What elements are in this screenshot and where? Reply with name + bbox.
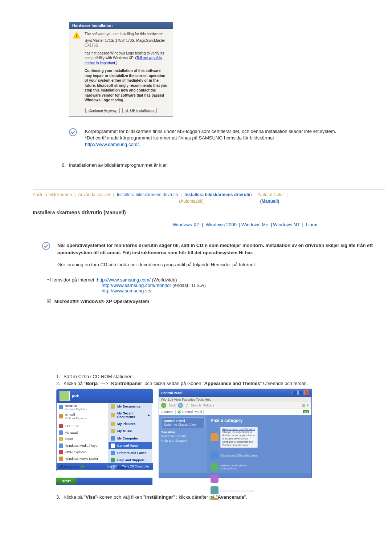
step3-num: 3.: [56, 494, 64, 500]
cat-date[interactable]: Date, Time, Language, and Regional Optio…: [211, 498, 258, 499]
start-item-moviemaker[interactable]: Windows Movie Maker: [57, 455, 108, 462]
stop-installation-button[interactable]: STOP Installation: [122, 108, 157, 113]
dialog-warning: Continuing your installation of this sof…: [85, 68, 168, 103]
site-se[interactable]: http://www.samsung.se/: [102, 288, 151, 293]
cat-appearance[interactable]: Appearance and ThemesChange the appearan…: [211, 427, 258, 448]
step2-num: 2.: [56, 380, 64, 387]
instr-bold: När operativsystemet för monitorns drivr…: [57, 242, 385, 256]
cp-toolbar[interactable]: Back ⮥ Search Folders ▥ ▼: [159, 402, 311, 409]
see-also-help[interactable]: Help and Support: [161, 438, 205, 443]
start-help[interactable]: Help and Support: [109, 457, 152, 464]
section-divider: [33, 190, 385, 190]
os-me-link[interactable]: Windows Me: [241, 222, 268, 227]
turnoff-button[interactable]: Turn Off Computer: [121, 465, 149, 468]
site-worldwide[interactable]: http://www.samsung.com/: [97, 277, 151, 283]
cat-printers[interactable]: Printers and Other Hardware: [211, 451, 258, 459]
start-my-music[interactable]: My Music: [109, 428, 152, 435]
hardware-install-dialog: Hardware Installation The software you a…: [69, 22, 173, 117]
start-my-pictures[interactable]: My Pictures: [109, 420, 152, 428]
start-item-email[interactable]: E-mailOutlook Express: [57, 412, 108, 421]
back-icon[interactable]: [161, 403, 166, 408]
arrow-icon: [47, 299, 51, 303]
sites-label: Hemsidor på Internet :: [47, 277, 97, 283]
window-buttons[interactable]: [292, 390, 309, 396]
start-menu: park InternetInternet Explorer E-mailOut…: [56, 389, 153, 471]
logoff-button[interactable]: Log Off: [106, 465, 117, 468]
cat-users[interactable]: User Accounts: [211, 475, 258, 483]
cat-network[interactable]: Network and Internet Connections: [211, 463, 258, 471]
start-all-programs[interactable]: All Programs: [57, 464, 108, 470]
dialog-title: Hardware Installation: [69, 22, 173, 29]
start-item-msn[interactable]: MSN Explorer: [57, 449, 108, 455]
continue-anyway-button[interactable]: Continue Anyway: [85, 108, 120, 113]
cp-side-panel: Control Panel Switch to Classic View: [161, 417, 205, 428]
start-item-notepad[interactable]: Notepad: [57, 429, 108, 436]
user-name: park: [72, 394, 79, 398]
start-item-internet[interactable]: InternetInternet Explorer: [57, 403, 108, 412]
go-button[interactable]: Go: [303, 410, 310, 413]
nav-auto-sub: (Automatisk): [179, 199, 259, 204]
os-nt-link[interactable]: Windows NT: [273, 222, 300, 227]
nav-driver-auto[interactable]: Installera bildskärmens drivrutin: [117, 192, 178, 197]
start-item-hct[interactable]: HCT 10.0: [57, 423, 108, 429]
step1-num: 1.: [56, 373, 64, 380]
step-text: Installationen av bildskärmsprogrammet ä…: [69, 162, 168, 168]
dialog-hardware-name: SyncMaster 171S/ 175S/ 170S, MagicSyncMa…: [85, 38, 168, 48]
see-also-update[interactable]: Windows Update: [161, 434, 205, 438]
start-button[interactable]: start: [56, 478, 77, 484]
cp-title: Control Panel: [161, 391, 183, 395]
control-panel-window: Control Panel File Edit View Favorites T…: [159, 389, 312, 478]
os-heading: Microsoft® Windows® XP OperativSystem: [47, 299, 385, 304]
site-monitor-us[interactable]: http://www.samsung.com/monitor: [102, 283, 171, 288]
nav-stand[interactable]: Använda stativet: [78, 192, 110, 197]
os-2000-link[interactable]: Windows 2000: [206, 222, 237, 227]
step1-text: Sätt in CD:n i CD-ROM stationen.: [64, 373, 134, 380]
switch-classic-link[interactable]: Switch to Classic View: [164, 423, 202, 426]
dialog-line1: The software you are installing for this…: [85, 32, 168, 37]
note-text-1: Körprogrammet för bildskärmen finns unde…: [85, 128, 336, 135]
start-printers[interactable]: Printers and Faxes: [109, 449, 152, 457]
start-recent-docs[interactable]: My Recent Documents ▸: [109, 410, 152, 420]
nav-natural-color[interactable]: Natural Color: [258, 192, 284, 197]
start-control-panel[interactable]: Control Panel: [109, 442, 152, 449]
avatar: [60, 391, 70, 401]
nav-connect[interactable]: Ansluta bildskärmen: [33, 192, 72, 197]
nav-driver-manual[interactable]: Installera bildskärmens drivrutin: [184, 192, 252, 197]
nav-manual-sub: (Manuell): [260, 199, 340, 204]
start-item-paint[interactable]: Paint: [57, 436, 108, 442]
step2-text: Klicka på "Börja" —> "Kontrollpanel" och…: [64, 380, 308, 387]
warning-icon: [72, 32, 81, 103]
section-title: Installera skärmens drivrutin (Manuell): [33, 210, 385, 215]
cat-addremove[interactable]: Add or Remove Programs: [211, 486, 258, 494]
fwd-icon[interactable]: [178, 403, 183, 408]
pick-category-heading: Pick a category: [211, 418, 308, 423]
os-linux-link[interactable]: Linux: [306, 222, 317, 227]
up-icon[interactable]: ⮥: [185, 404, 188, 407]
note-text-2: *Det certifierade körprogrammet kommer a…: [85, 135, 336, 141]
samsung-link[interactable]: http://www.samsung.com/: [85, 142, 139, 147]
taskbar: start: [56, 478, 152, 485]
instr-plain: Gör iordning en tom CD och ladda ner dri…: [57, 261, 385, 268]
cp-address-bar[interactable]: Address 🧩 Control Panel Go: [159, 409, 311, 415]
start-my-computer[interactable]: My Computer: [109, 435, 152, 442]
os-xp-link[interactable]: Windows XP: [173, 222, 200, 227]
start-my-documents[interactable]: My Documents: [109, 403, 152, 410]
cp-menubar[interactable]: File Edit View Favorites Tools Help: [159, 397, 311, 402]
sub-nav: Ansluta bildskärmen | Använda stativet |…: [33, 192, 385, 199]
info-icon: [42, 242, 54, 252]
step-number: 6.: [62, 162, 69, 168]
start-item-wmp[interactable]: Windows Media Player: [57, 442, 108, 449]
note-icon: [69, 128, 81, 138]
os-links: Windows XP | Windows 2000 |Windows Me |W…: [33, 222, 385, 227]
